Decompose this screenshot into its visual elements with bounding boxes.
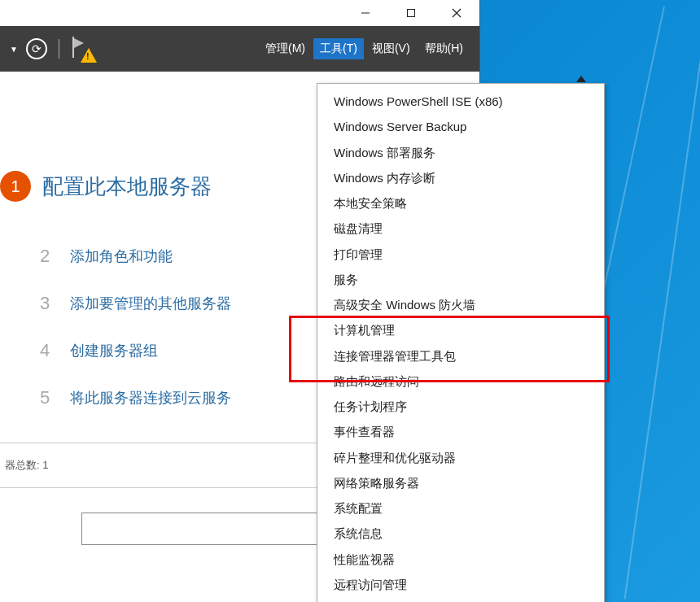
minimize-button[interactable] xyxy=(348,2,383,24)
dropdown-caret-icon[interactable]: ▼ xyxy=(10,45,18,54)
tools-dropdown: Windows PowerShell ISE (x86) Windows Ser… xyxy=(317,83,605,602)
tools-item-system-info[interactable]: 系统信息 xyxy=(317,521,604,546)
flag-icon xyxy=(74,38,84,48)
tools-item-task-scheduler[interactable]: 任务计划程序 xyxy=(317,394,604,419)
maximize-button[interactable] xyxy=(393,2,429,24)
tools-item-services[interactable]: 服务 xyxy=(317,267,604,292)
tools-item-memory-diagnostic[interactable]: Windows 内存诊断 xyxy=(317,165,604,190)
tools-item-resource-monitor[interactable]: 资源监视器 xyxy=(317,597,604,602)
menubar-left-controls: ▼ ⟳ xyxy=(10,37,95,61)
step-4-number: 4 xyxy=(31,337,59,364)
step-2-number: 2 xyxy=(31,242,59,270)
menubar-right: 管理(M) 工具(T) 视图(V) 帮助(H) xyxy=(259,38,470,59)
close-icon xyxy=(452,8,462,18)
menu-tools[interactable]: 工具(T) xyxy=(313,38,364,59)
step-1-number: 1 xyxy=(0,171,31,202)
tools-item-remote-access-management[interactable]: 远程访问管理 xyxy=(317,572,604,597)
minimize-icon xyxy=(361,8,370,18)
refresh-button[interactable]: ⟳ xyxy=(26,38,47,59)
tools-item-deployment-services[interactable]: Windows 部署服务 xyxy=(317,140,604,165)
menubar: ▼ ⟳ 管理(M) 工具(T) 视图(V) 帮助(H) xyxy=(0,26,479,72)
tools-item-powershell-ise-x86[interactable]: Windows PowerShell ISE (x86) xyxy=(317,89,604,114)
step-5-number: 5 xyxy=(31,384,59,412)
step-2-link[interactable]: 添加角色和功能 xyxy=(70,246,173,266)
separator xyxy=(59,39,59,59)
menu-help[interactable]: 帮助(H) xyxy=(418,38,470,59)
notifications-flag[interactable] xyxy=(71,37,95,61)
tools-item-local-security-policy[interactable]: 本地安全策略 xyxy=(317,190,604,216)
tools-item-defrag-optimize-drives[interactable]: 碎片整理和优化驱动器 xyxy=(317,445,604,470)
server-count-label: 器总数: 1 xyxy=(5,459,48,471)
tools-item-event-viewer[interactable]: 事件查看器 xyxy=(317,419,604,444)
svg-rect-1 xyxy=(408,10,415,17)
menu-manage[interactable]: 管理(M) xyxy=(259,38,312,59)
tools-item-disk-cleanup[interactable]: 磁盘清理 xyxy=(317,216,604,241)
tools-item-computer-management[interactable]: 计算机管理 xyxy=(317,317,604,342)
tools-item-routing-remote-access[interactable]: 路由和远程访问 xyxy=(317,369,604,394)
tools-item-performance-monitor[interactable]: 性能监视器 xyxy=(317,547,604,572)
tools-item-connection-manager-admin-kit[interactable]: 连接管理器管理工具包 xyxy=(317,343,604,369)
window-titlebar xyxy=(0,0,479,26)
step-5-link[interactable]: 将此服务器连接到云服务 xyxy=(70,388,231,408)
warning-icon xyxy=(81,48,97,63)
tools-item-network-policy-server[interactable]: 网络策略服务器 xyxy=(317,470,604,495)
step-3-link[interactable]: 添加要管理的其他服务器 xyxy=(70,294,231,313)
refresh-icon: ⟳ xyxy=(32,42,42,55)
menu-view[interactable]: 视图(V) xyxy=(365,38,417,59)
maximize-icon xyxy=(406,8,416,18)
step-4-link[interactable]: 创建服务器组 xyxy=(70,341,158,360)
scroll-up-arrow-icon[interactable] xyxy=(576,76,586,82)
step-3-number: 3 xyxy=(31,290,59,317)
step-1-link[interactable]: 配置此本地服务器 xyxy=(42,172,212,201)
tools-item-server-backup[interactable]: Windows Server Backup xyxy=(317,114,604,139)
close-button[interactable] xyxy=(439,2,475,24)
tools-item-print-management[interactable]: 打印管理 xyxy=(317,242,604,267)
tools-item-advanced-firewall[interactable]: 高级安全 Windows 防火墙 xyxy=(317,292,604,317)
tools-item-system-configuration[interactable]: 系统配置 xyxy=(317,495,604,521)
